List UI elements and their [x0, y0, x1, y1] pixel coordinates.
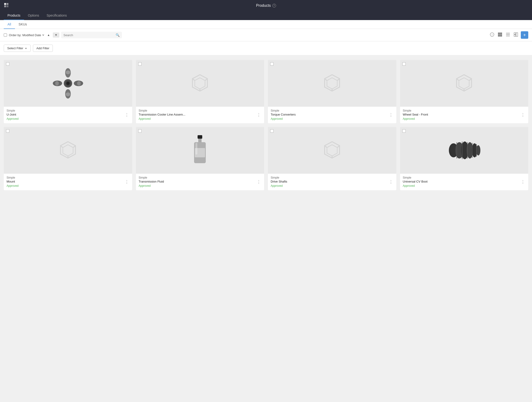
product-card[interactable]: Simple Drive Shafts Approved ⋮ [268, 127, 396, 190]
top-bar: Products ? [0, 0, 532, 11]
product-name-row: Universal CV Boot Approved ⋮ [403, 180, 526, 188]
sub-tab-skus[interactable]: SKUs [15, 20, 31, 29]
app-logo[interactable] [4, 3, 9, 9]
product-name: Transmission Cooler Line Assem... [139, 113, 185, 116]
product-placeholder [323, 74, 342, 93]
product-card-footer: Simple Wheel Seal - Front Approved ⋮ [400, 107, 528, 123]
product-more-button[interactable]: ⋮ [388, 180, 393, 184]
product-name: U-Joint [6, 113, 19, 116]
product-image [136, 127, 264, 174]
product-checkbox[interactable] [138, 62, 141, 66]
detail-view-button[interactable] [513, 31, 519, 38]
product-card[interactable]: Simple Transmission Cooler Line Assem...… [136, 60, 264, 123]
products-grid: Simple U-Joint Approved ⋮ [4, 60, 528, 190]
svg-point-26 [66, 82, 70, 85]
add-filter-button[interactable]: Add Filter [33, 44, 53, 52]
product-more-button[interactable]: ⋮ [520, 180, 526, 184]
product-name-status: Universal CV Boot Approved [403, 180, 428, 188]
svg-point-23 [55, 81, 59, 86]
svg-rect-14 [514, 35, 516, 36]
sub-tab-all[interactable]: All [4, 20, 15, 29]
product-type: Simple [271, 109, 393, 112]
product-name-row: Torque Converters Approved ⋮ [271, 113, 393, 120]
product-type: Simple [403, 176, 526, 179]
nav-tab-specifications[interactable]: Specifications [43, 11, 70, 20]
product-name-status: Mount Approved [6, 180, 19, 188]
nav-tab-options[interactable]: Options [24, 11, 43, 20]
product-more-button[interactable]: ⋮ [124, 180, 129, 184]
list-icon [506, 32, 510, 37]
svg-point-21 [66, 70, 70, 74]
product-name: Transmission Fluid [139, 180, 164, 183]
svg-marker-41 [327, 145, 337, 156]
product-name-status: Drive Shafts Approved [271, 180, 287, 188]
product-checkbox[interactable] [138, 129, 141, 133]
product-checkbox[interactable] [6, 129, 9, 133]
svg-rect-39 [196, 143, 197, 155]
help-icon[interactable]: ? [272, 4, 276, 7]
product-checkbox[interactable] [270, 62, 273, 66]
svg-marker-34 [63, 145, 73, 156]
nav-tab-products[interactable]: Products [4, 11, 24, 20]
svg-marker-32 [459, 78, 469, 89]
product-image [4, 60, 132, 107]
product-type: Simple [403, 109, 526, 112]
product-card[interactable]: Simple Transmission Fluid Approved ⋮ [136, 127, 264, 190]
product-card[interactable]: Simple Mount Approved ⋮ [4, 127, 132, 190]
product-status: Approved [403, 117, 428, 120]
product-card-footer: Simple Torque Converters Approved ⋮ [268, 107, 396, 123]
select-filter-label: Select Filter [7, 46, 23, 50]
product-more-button[interactable]: ⋮ [520, 113, 526, 117]
product-name-status: Wheel Seal - Front Approved [403, 113, 428, 120]
svg-rect-11 [506, 34, 510, 35]
product-card-image-area [4, 60, 132, 107]
svg-rect-10 [506, 33, 510, 33]
product-card-footer: Simple Drive Shafts Approved ⋮ [268, 174, 396, 190]
product-more-button[interactable]: ⋮ [388, 113, 393, 117]
product-checkbox[interactable] [270, 129, 273, 133]
svg-rect-0 [4, 3, 6, 5]
product-name: Wheel Seal - Front [403, 113, 428, 116]
product-more-button[interactable]: ⋮ [124, 113, 129, 117]
product-type: Simple [139, 176, 262, 179]
product-more-button[interactable]: ⋮ [256, 180, 261, 184]
svg-marker-28 [195, 78, 205, 89]
add-filter-label: Add Filter [36, 46, 50, 50]
info-button[interactable]: i [489, 31, 495, 38]
product-name: Torque Converters [271, 113, 296, 116]
product-card-footer: Simple Transmission Cooler Line Assem...… [136, 107, 264, 123]
order-by-selector[interactable]: Order by: Modified Date [9, 33, 44, 37]
product-more-button[interactable]: ⋮ [256, 113, 261, 117]
select-all-checkbox[interactable] [4, 33, 7, 37]
sort-desc-button[interactable]: ▼ [53, 32, 59, 38]
product-card[interactable]: Simple Universal CV Boot Approved ⋮ [400, 127, 528, 190]
list-view-button[interactable] [505, 31, 511, 38]
grid-view-button[interactable] [497, 31, 503, 38]
sort-asc-button[interactable]: ▲ [46, 33, 51, 37]
search-input[interactable] [63, 33, 114, 37]
title-text: Products [256, 4, 271, 8]
product-placeholder [323, 141, 342, 160]
product-type: Simple [6, 109, 129, 112]
product-placeholder [59, 141, 77, 160]
add-product-button[interactable]: + [521, 31, 528, 39]
product-checkbox[interactable] [6, 62, 9, 66]
product-card[interactable]: Simple Torque Converters Approved ⋮ [268, 60, 396, 123]
product-card-footer: Simple Mount Approved ⋮ [4, 174, 132, 190]
product-type: Simple [139, 109, 262, 112]
product-status: Approved [6, 184, 19, 188]
nav-tabs: Products Options Specifications [0, 11, 532, 20]
product-checkbox[interactable] [402, 62, 406, 66]
product-name-row: Transmission Cooler Line Assem... Approv… [139, 113, 262, 120]
select-filter-button[interactable]: Select Filter [4, 44, 31, 52]
product-checkbox[interactable] [402, 129, 406, 133]
product-card-footer: Simple Transmission Fluid Approved ⋮ [136, 174, 264, 190]
product-image [400, 127, 528, 174]
info-icon: i [490, 32, 494, 37]
product-card-image-area [136, 60, 264, 107]
svg-rect-1 [6, 3, 8, 5]
product-card[interactable]: Simple Wheel Seal - Front Approved ⋮ [400, 60, 528, 123]
product-card[interactable]: Simple U-Joint Approved ⋮ [4, 60, 132, 123]
product-card-image-area [268, 127, 396, 174]
product-status: Approved [271, 117, 296, 120]
